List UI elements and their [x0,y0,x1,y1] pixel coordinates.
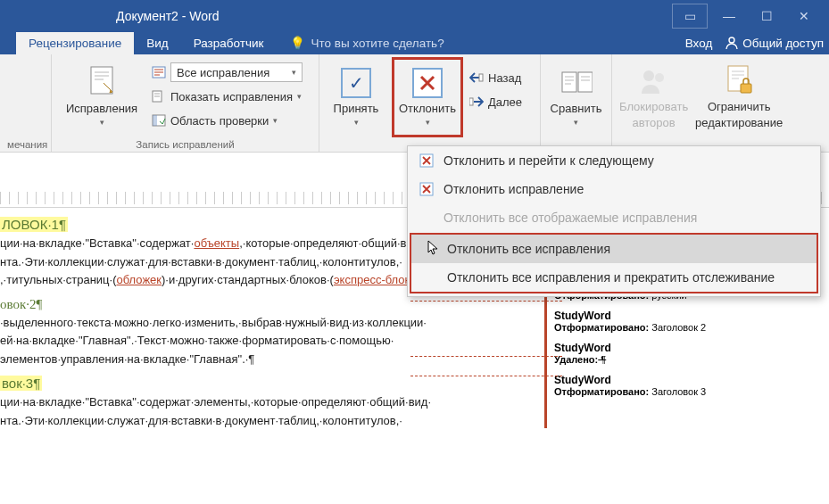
show-markup-button[interactable]: Показать исправления ▾ [152,86,303,107]
reject-button[interactable]: Отклонить ▾ [393,58,462,136]
login-link[interactable]: Вход [685,37,713,50]
next-arrow-icon [469,95,484,109]
heading-2: овок·2¶ [0,297,42,312]
reject-and-next[interactable]: Отклонить и перейти к следующему [408,146,820,175]
revisions-icon [86,67,118,99]
group-label-tracking: Запись исправлений [59,137,311,150]
markup-icon [152,89,166,103]
review-pane-button[interactable]: Область проверки ▾ [152,110,303,131]
para: ·выделенного·текста·можно·легко·изменить… [0,315,537,331]
reject-icon [411,67,444,99]
chevron-down-icon: ▾ [100,119,104,128]
maximize-icon[interactable]: ☐ [750,4,783,29]
track-changes-button[interactable]: Исправления ▾ [59,58,145,136]
compare-button[interactable]: Сравнить ▾ [548,58,604,136]
share-icon [725,36,739,50]
ribbon: мечания Исправления ▾ Все исправления▾ [0,54,829,153]
heading-1: ЛОВОК·1¶ [0,217,68,233]
svg-point-12 [655,73,664,82]
reject-change[interactable]: Отклонить исправление [408,175,820,203]
ribbon-tabs: Рецензирование Вид Разработчик 💡 Что вы … [0,31,829,54]
accept-button[interactable]: ✓ Принять ▾ [327,58,385,136]
heading-3: вок·3¶ [0,376,42,392]
para: ей·на·вкладке·"Главная".·Текст·можно·так… [0,333,537,349]
svg-rect-8 [469,98,473,105]
reject-all[interactable]: Отклонить все исправления [411,235,817,263]
restrict-editing-button[interactable]: Ограничить редактирование [695,58,783,136]
cursor-icon [427,240,440,256]
minimize-icon[interactable]: — [713,4,745,29]
block-authors-button: Блокировать авторов [619,58,688,136]
para: элементов·управления·на·вкладке·"Главная… [0,351,537,368]
display-icon [152,65,166,79]
reject-small-icon [419,181,435,197]
display-mode-select[interactable]: Все исправления▾ [152,62,303,83]
reject-dropdown: Отклонить и перейти к следующему Отклони… [407,145,821,297]
group-label-notes: мечания [7,137,44,150]
pane-icon [152,113,166,128]
close-icon[interactable]: ✕ [788,4,820,29]
svg-rect-9 [562,72,576,92]
reject-small-icon [419,153,435,169]
share-button[interactable]: Общий доступ [725,36,824,50]
highlighted-section: Отклонить все исправления Отклонить все … [410,233,818,293]
tab-developer[interactable]: Разработчик [181,32,277,54]
svg-rect-7 [479,74,483,81]
para: нта.·Эти·коллекции·служат·для·вставки·в·… [0,413,537,429]
revision-item[interactable]: StudyWord Удалено: ¶ [554,342,822,365]
title-bar: Документ2 - Word ▭ — ☐ ✕ [0,0,829,31]
revision-item[interactable]: StudyWord Отформатировано: Заголовок 3 [554,374,822,397]
svg-rect-14 [741,84,751,93]
revision-item[interactable]: StudyWord Отформатировано: Заголовок 2 [554,310,822,333]
tab-review[interactable]: Рецензирование [16,32,134,54]
para: ции·на·вкладке·"Вставка"·содержат·элемен… [0,394,537,410]
svg-rect-10 [578,72,593,92]
next-button[interactable]: Далее [469,91,522,112]
reject-all-shown: Отклонить все отображаемые исправления [408,203,820,232]
svg-rect-5 [153,115,157,126]
bulb-icon: 💡 [290,36,305,50]
tell-me-search[interactable]: 💡 Что вы хотите сделать? [290,36,444,54]
svg-point-11 [643,70,654,81]
accept-icon: ✓ [340,67,372,99]
back-arrow-icon [469,70,484,85]
compare-icon [560,67,593,99]
svg-rect-1 [91,67,112,94]
previous-button[interactable]: Назад [469,67,522,88]
block-authors-icon [638,65,670,97]
ribbon-display-icon[interactable]: ▭ [672,4,708,29]
window-title: Документ2 - Word [116,9,220,23]
reject-all-stop-tracking[interactable]: Отклонить все исправления и прекратить о… [411,263,817,292]
restrict-icon [723,65,755,97]
svg-point-0 [729,37,734,43]
tab-view[interactable]: Вид [134,32,180,54]
